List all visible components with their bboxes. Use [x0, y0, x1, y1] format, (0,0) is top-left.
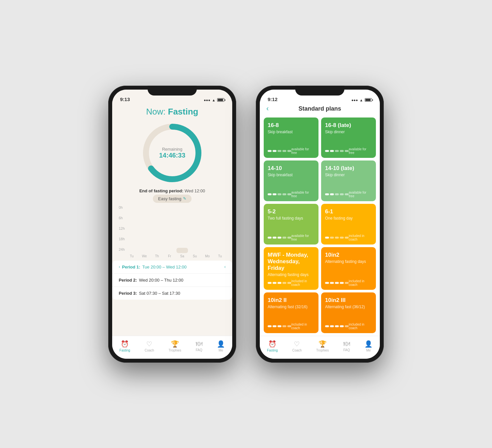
- plan-desc: Alternating fast (36/12): [325, 305, 372, 309]
- period-3-range: Sat 07:30 – Sat 17:30: [139, 291, 180, 296]
- bar-col-tu: Tu: [126, 253, 137, 258]
- plan-badge-coach: included in coach: [291, 279, 315, 287]
- bar-col-sa: Sa: [176, 248, 188, 258]
- bottom-nav-1: ⏰ Fasting ♡ Coach 🏆 Trophies 🍽 FAQ: [112, 336, 232, 359]
- back-button[interactable]: ‹: [266, 104, 269, 113]
- wifi-icon-1: ▲: [212, 98, 215, 102]
- period-item-2[interactable]: Period 2: Wed 20:00 – Thu 12:00: [112, 274, 232, 287]
- plan-footer: included in coach: [325, 323, 372, 330]
- phone-2: 9:12 ●●● ▲ ‹ Standard plans: [256, 86, 384, 363]
- plan-card-16-8-late[interactable]: 16-8 (late) Skip dinner available for fr…: [321, 117, 376, 158]
- plan-progress: [268, 325, 291, 327]
- plan-desc: One fasting day: [325, 216, 372, 221]
- plan-card-10in2-iii[interactable]: 10in2 III Alternating fast (36/12) inclu…: [321, 292, 376, 333]
- plan-badge-free: available for free: [291, 147, 315, 155]
- me-nav-label-2: Me: [366, 349, 371, 352]
- period-item-1[interactable]: › Period 1: Tue 20:00 – Wed 12:00 ‹: [112, 261, 232, 274]
- nav-faq-1[interactable]: 🍽 FAQ: [196, 340, 202, 352]
- plan-desc: Skip dinner: [325, 173, 372, 177]
- plan-footer: available for free: [325, 147, 372, 155]
- plan-footer: included in coach: [268, 323, 315, 330]
- trophies-nav-label-2: Trophies: [316, 349, 329, 352]
- trophies-nav-icon: 🏆: [171, 340, 179, 348]
- plan-card-14-10-late[interactable]: 14-10 (late) Skip dinner available for f…: [321, 160, 376, 201]
- chevron-left-icon: ‹: [224, 265, 226, 269]
- easy-fasting-badge[interactable]: Easy fasting ✎: [112, 195, 232, 203]
- donut-center: Remaining 14:46:33: [159, 147, 185, 159]
- bar-chart: Tu We: [126, 205, 226, 258]
- plan-footer: available for free: [268, 147, 315, 155]
- nav-fasting-1[interactable]: ⏰ Fasting: [119, 340, 130, 352]
- bar-col-tu2: Tu: [215, 253, 226, 258]
- nav-fasting-2[interactable]: ⏰ Fasting: [267, 340, 278, 352]
- plan-card-5-2[interactable]: 5-2 Two full fasting days available for …: [264, 204, 318, 245]
- plan-badge-coach: included in coach: [349, 279, 372, 287]
- plan-progress: [268, 150, 291, 152]
- fasting-title: Now: Fasting: [112, 107, 232, 117]
- nav-me-1[interactable]: 👤 Me: [217, 340, 225, 352]
- nav-trophies-2[interactable]: 🏆 Trophies: [316, 340, 329, 352]
- fasting-nav-label-2: Fasting: [267, 349, 278, 352]
- plan-footer: included in coach: [268, 279, 315, 287]
- nav-coach-2[interactable]: ♡ Coach: [292, 340, 302, 352]
- plan-card-10in2-ii[interactable]: 10in2 II Alternating fast (32/16) includ…: [264, 292, 318, 333]
- donut-remaining: Remaining: [159, 147, 185, 152]
- plans-header: ‹ Standard plans: [260, 104, 380, 115]
- plan-card-10in2[interactable]: 10in2 Alternating fasting days included …: [321, 247, 376, 290]
- badge[interactable]: Easy fasting ✎: [153, 195, 192, 203]
- donut-wrapper: Remaining 14:46:33: [112, 120, 232, 186]
- screenshot-container: 9:13 ●●● ▲ Now: Fasting: [108, 86, 384, 363]
- plan-desc: Alternating fast (32/16): [268, 305, 315, 309]
- plan-desc: Skip dinner: [325, 130, 372, 134]
- coach-nav-icon: ♡: [146, 340, 152, 348]
- plan-name: 14-10: [268, 165, 315, 172]
- bar-col-we: We: [139, 253, 150, 258]
- status-time-1: 9:13: [120, 96, 130, 102]
- period-1-range: Tue 20:00 – Wed 12:00: [142, 265, 187, 269]
- bar-col-fr: Fr: [164, 253, 175, 258]
- plan-footer: available for free: [268, 191, 315, 198]
- bar-col-th: Th: [151, 253, 162, 258]
- plan-footer: available for free: [268, 234, 315, 241]
- bar-col-mo: Mo: [202, 253, 213, 258]
- plan-name: 14-10 (late): [325, 165, 372, 172]
- coach-nav-label-2: Coach: [292, 349, 302, 352]
- plan-badge-coach: included in coach: [291, 323, 315, 330]
- wifi-icon-2: ▲: [359, 98, 363, 102]
- plan-name: MWF - Monday, Wednesday, Friday: [268, 252, 315, 271]
- period-2-label: Period 2:: [119, 278, 137, 283]
- nav-trophies-1[interactable]: 🏆 Trophies: [169, 340, 181, 352]
- battery-icon-1: [217, 98, 224, 102]
- nav-coach-1[interactable]: ♡ Coach: [145, 340, 154, 352]
- plan-name: 10in2 II: [268, 297, 315, 304]
- period-item-3[interactable]: Period 3: Sat 07:30 – Sat 17:30: [112, 287, 232, 300]
- plan-footer: available for free: [325, 191, 372, 198]
- me-nav-icon-2: 👤: [364, 340, 373, 348]
- plan-desc: Alternating fasting days: [268, 272, 315, 277]
- signal-icon-1: ●●●: [204, 98, 210, 102]
- phone-1: 9:13 ●●● ▲ Now: Fasting: [108, 86, 236, 363]
- plan-footer: included in coach: [325, 279, 372, 287]
- plan-badge-coach: included in coach: [349, 323, 372, 330]
- plan-card-16-8[interactable]: 16-8 Skip breakfast available for free: [264, 117, 318, 158]
- period-1-label: Period 1:: [122, 265, 140, 269]
- plan-card-6-1[interactable]: 6-1 One fasting day included in coach: [321, 204, 376, 245]
- period-list: › Period 1: Tue 20:00 – Wed 12:00 ‹ Peri…: [112, 261, 232, 300]
- plan-card-14-10[interactable]: 14-10 Skip breakfast available for free: [264, 160, 318, 201]
- signal-icon-2: ●●●: [351, 98, 358, 102]
- end-period: End of fasting period: Wed 12:00: [112, 188, 232, 193]
- status-icons-2: ●●● ▲: [351, 98, 372, 102]
- plans-title: Standard plans: [298, 105, 341, 112]
- chevron-right-icon: ›: [119, 265, 120, 269]
- status-icons-1: ●●● ▲: [204, 98, 224, 102]
- nav-me-2[interactable]: 👤 Me: [364, 340, 373, 352]
- nav-faq-2[interactable]: 🍽 FAQ: [343, 340, 350, 352]
- badge-edit-icon[interactable]: ✎: [183, 196, 186, 201]
- me-nav-label: Me: [218, 349, 223, 352]
- plan-card-mwf[interactable]: MWF - Monday, Wednesday, Friday Alternat…: [264, 247, 318, 290]
- bar-y-labels: 0h 6h 12h 18h 24h: [119, 205, 125, 258]
- fasting-nav-label: Fasting: [119, 349, 130, 352]
- plan-footer: included in coach: [325, 234, 372, 241]
- plan-name: 10in2 III: [325, 297, 372, 304]
- plan-progress: [325, 325, 349, 327]
